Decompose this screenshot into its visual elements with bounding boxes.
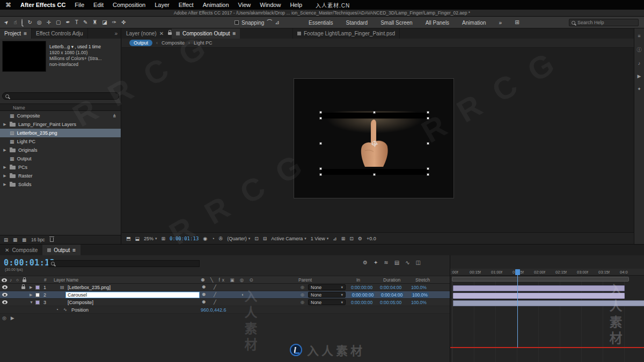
project-name-header[interactable]: Name [0, 104, 121, 111]
property-name[interactable]: Position [71, 307, 89, 313]
live-update-icon[interactable]: ✇ [219, 236, 223, 241]
camera-dropdown[interactable]: Active Camera ▾ [271, 236, 306, 241]
new-composition-icon[interactable]: ▩ [22, 237, 26, 242]
frame-blending-icon[interactable]: ▤ [394, 260, 399, 265]
stretch-value[interactable]: 100.0% [411, 300, 427, 305]
effects-presets-panel-icon[interactable]: ✦ [637, 86, 641, 92]
grid-guides-icon[interactable]: ⊞ [162, 236, 166, 241]
column-duration[interactable]: Duration [383, 277, 400, 283]
brush-tool-icon[interactable]: ✎ [83, 20, 87, 25]
menu-window[interactable]: Window [260, 2, 281, 8]
graph-editor-icon[interactable]: ◫ [416, 260, 421, 265]
transparency-grid-icon[interactable]: ⊟ [263, 236, 267, 241]
workspace-animation[interactable]: Animation [462, 20, 486, 26]
apple-logo-icon[interactable]: ⌘ [5, 2, 11, 9]
selection-handle[interactable] [373, 173, 376, 176]
project-item-pcs[interactable]: ▶ PCs [0, 163, 121, 172]
show-snapshot-icon[interactable]: ◔ [211, 236, 214, 241]
view-layout-dropdown[interactable]: 1 View ▾ [311, 236, 328, 241]
workspace-overflow-icon[interactable]: » [499, 20, 502, 26]
selection-handle[interactable] [319, 173, 322, 176]
column-layer-name[interactable]: Layer Name [54, 277, 78, 283]
zoom-dropdown[interactable]: 25% ▾ [144, 236, 157, 241]
parent-dropdown[interactable]: None ▾ [308, 292, 346, 298]
layer-name[interactable]: [Letterbox_235.png] [68, 285, 111, 290]
composition-frame[interactable] [294, 79, 453, 198]
in-value[interactable]: 0:00:00:00 [351, 285, 372, 290]
label-color-swatch[interactable] [35, 293, 40, 297]
panel-menu-icon[interactable]: ≡ [232, 31, 236, 36]
twirl-icon[interactable]: ▶ [3, 122, 7, 127]
layer-name[interactable]: [Composite] [68, 300, 93, 305]
project-item-raster[interactable]: ▶ Raster [0, 172, 121, 180]
panel-menu-icon[interactable]: ≡ [72, 247, 76, 253]
property-value[interactable]: 960.0,442.6 [201, 307, 226, 313]
fast-previews-icon[interactable]: ⊞ [341, 236, 346, 241]
pixel-aspect-icon[interactable]: ⊿ [333, 236, 337, 241]
menu-edit[interactable]: Edit [93, 2, 104, 8]
menu-effect[interactable]: Effect [179, 2, 194, 8]
puppet-pin-tool-icon[interactable]: ✜ [121, 20, 126, 25]
breadcrumb-light-pc[interactable]: Light PC [194, 40, 213, 46]
stretch-value[interactable]: 100.0% [411, 285, 427, 290]
breadcrumb-composite[interactable]: Composite [162, 40, 185, 46]
snap-option2-icon[interactable]: ⊿ [275, 20, 279, 25]
twirl-icon[interactable]: ▶ [3, 182, 7, 187]
play-icon[interactable]: ▶ [11, 315, 14, 321]
new-folder-icon[interactable]: ▦ [13, 237, 17, 242]
anchor-point[interactable] [372, 141, 377, 146]
parent-pickwhip-icon[interactable]: ◎ [301, 300, 304, 305]
close-icon[interactable]: ✕ [159, 31, 164, 36]
magnification-icon[interactable]: ⬓ [135, 236, 140, 241]
region-of-interest-icon[interactable]: ⊡ [254, 236, 259, 241]
duration-value[interactable]: 0:00:04:00 [380, 292, 404, 298]
tab-effect-controls[interactable]: Effect Controls Adju [32, 28, 88, 39]
quality-switch-icon[interactable]: ╱ [214, 285, 216, 290]
workspace-all-panels[interactable]: All Panels [426, 20, 449, 26]
menu-layer[interactable]: Layer [155, 2, 170, 8]
selection-handle[interactable] [319, 167, 322, 170]
tab-composition-viewer[interactable]: Composition Output ≡ [172, 28, 240, 39]
tab-project[interactable]: Project ≡ [0, 28, 32, 39]
audio-panel-icon[interactable]: ♪ [638, 61, 641, 66]
stretch-value[interactable]: 100.0% [411, 292, 429, 298]
twirl-open-icon[interactable]: ▼ [30, 300, 33, 304]
selection-handle[interactable] [319, 111, 322, 114]
menu-animation[interactable]: Animation [203, 2, 229, 8]
parent-pickwhip-icon[interactable]: ◎ [301, 285, 304, 290]
info-panel-icon[interactable]: ⓘ [636, 46, 641, 53]
project-item-light-pc[interactable]: ▦ Light PC [0, 137, 121, 146]
column-stretch[interactable]: Stretch [415, 277, 430, 283]
pen-tool-icon[interactable]: ✒ [65, 20, 70, 25]
layer-rename-input[interactable] [65, 292, 200, 298]
stopwatch-icon[interactable]: ◔ [56, 307, 58, 312]
selection-handle[interactable] [427, 117, 429, 120]
tab-footage-viewer[interactable]: Footage Light/Lamp_Finger_Paint.psd [292, 28, 400, 39]
effects-switch-icon[interactable]: ◐ [241, 292, 244, 297]
menu-help[interactable]: Help [290, 2, 302, 8]
layer-bar-carousel[interactable] [453, 293, 625, 299]
exposure-value[interactable]: +0.0 [367, 236, 376, 241]
layer-bar-letterbox[interactable] [453, 285, 625, 291]
timeline-button-icon[interactable]: ⊡ [349, 236, 354, 241]
type-tool-icon[interactable]: T [75, 20, 78, 25]
lock-column-icon[interactable] [23, 279, 26, 282]
column-parent[interactable]: Parent [298, 277, 312, 283]
breadcrumb-current[interactable]: Output [129, 40, 152, 46]
quality-switch-icon[interactable]: ╱ [214, 292, 216, 297]
motion-blur-icon[interactable]: ∿ [405, 260, 409, 265]
project-item-originals[interactable]: ▶ Originals [0, 146, 121, 154]
position-property-row[interactable]: ◔ ∿ Position 960.0,442.6 [0, 306, 450, 314]
workspace-essentials[interactable]: Essentials [309, 20, 333, 26]
selection-handle[interactable] [319, 142, 322, 145]
project-item-lamp-finger-paint-layers[interactable]: ▶ Lamp_Finger_Paint Layers [0, 120, 121, 129]
snap-option-icon[interactable]: ⌒ [267, 20, 272, 25]
twirl-icon[interactable]: ▶ [3, 174, 7, 178]
menu-composition[interactable]: Composition [113, 2, 145, 8]
interpret-footage-icon[interactable]: ▤ [4, 237, 8, 242]
project-item-solids[interactable]: ▶ Solids [0, 180, 121, 189]
viewer-canvas[interactable] [122, 48, 634, 232]
layer-bar-composite[interactable] [453, 300, 644, 306]
twirl-icon[interactable]: ▶ [3, 148, 7, 152]
visibility-eye-icon[interactable] [2, 285, 8, 289]
